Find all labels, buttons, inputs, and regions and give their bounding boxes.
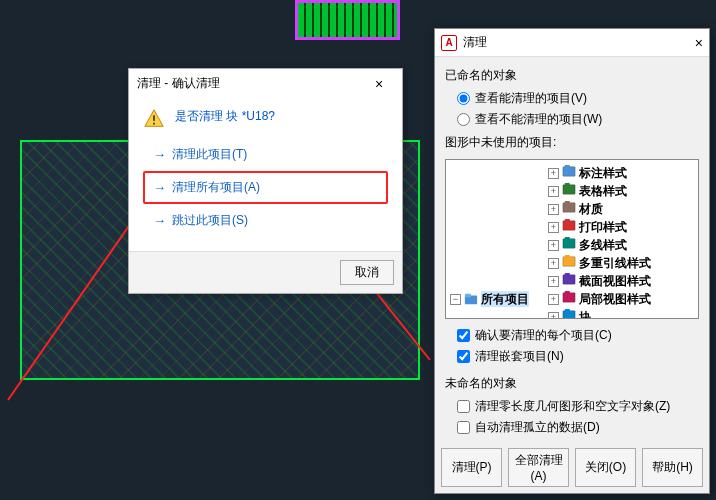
svg-rect-2 — [153, 115, 155, 121]
expand-icon[interactable]: + — [548, 168, 559, 179]
category-icon — [562, 236, 576, 254]
purge-dialog: A 清理 × 已命名的对象 查看能清理的项目(V) 查看不能清理的项目(W) 图… — [434, 28, 710, 494]
svg-line-0 — [8, 210, 140, 400]
svg-rect-13 — [565, 219, 570, 222]
svg-rect-7 — [565, 165, 570, 168]
chk-orphan-data-input[interactable] — [457, 421, 470, 434]
confirm-option-label: 清理所有项目(A) — [172, 179, 260, 196]
svg-rect-5 — [465, 294, 471, 298]
radio-view-nonpurgeable-input[interactable] — [457, 113, 470, 126]
chk-zero-length[interactable]: 清理零长度几何图形和空文字对象(Z) — [457, 398, 699, 415]
purge-title: 清理 — [463, 34, 673, 51]
confirm-option-0[interactable]: →清理此项目(T) — [143, 138, 388, 171]
expand-icon[interactable]: + — [548, 294, 559, 305]
category-icon — [562, 200, 576, 218]
expand-icon[interactable]: + — [548, 258, 559, 269]
expand-icon[interactable]: + — [548, 222, 559, 233]
svg-rect-14 — [563, 239, 575, 249]
tree-item[interactable]: +标注样式 — [548, 164, 627, 182]
named-objects-label: 已命名的对象 — [445, 67, 699, 84]
chk-orphan-data[interactable]: 自动清理孤立的数据(D) — [457, 419, 699, 436]
tree-item[interactable]: +多线样式 — [548, 236, 627, 254]
svg-rect-3 — [153, 123, 155, 125]
tree-label: 图形中未使用的项目: — [445, 134, 699, 151]
category-icon — [562, 164, 576, 182]
tree-item[interactable]: +块 — [548, 308, 591, 319]
tree-item-label: 打印样式 — [579, 219, 627, 235]
confirm-purge-dialog: 清理 - 确认清理 × 是否清理 块 *U18? →清理此项目(T)→清理所有项… — [128, 68, 403, 294]
svg-rect-18 — [563, 275, 575, 285]
svg-rect-22 — [563, 311, 575, 319]
tree-item-label: 块 — [579, 309, 591, 319]
cancel-button[interactable]: 取消 — [340, 260, 394, 285]
tree-item-label: 局部视图样式 — [579, 291, 651, 307]
svg-rect-23 — [565, 309, 570, 312]
app-icon: A — [441, 35, 457, 51]
svg-rect-15 — [565, 237, 570, 240]
svg-rect-16 — [563, 257, 575, 267]
confirm-option-label: 清理此项目(T) — [172, 146, 247, 163]
chk-nested[interactable]: 清理嵌套项目(N) — [457, 348, 699, 365]
svg-rect-17 — [565, 255, 570, 258]
purge-tree[interactable]: −所有项目+标注样式+表格样式+材质+打印样式+多线样式+多重引线样式+截面视图… — [445, 159, 699, 319]
radio-view-purgeable[interactable]: 查看能清理的项目(V) — [457, 90, 699, 107]
tree-item-label: 多线样式 — [579, 237, 627, 253]
tree-item[interactable]: +材质 — [548, 200, 603, 218]
chk-zero-length-input[interactable] — [457, 400, 470, 413]
svg-rect-20 — [563, 293, 575, 303]
category-icon — [562, 272, 576, 290]
svg-rect-6 — [563, 167, 575, 177]
expand-icon[interactable]: + — [548, 186, 559, 197]
folder-icon — [464, 292, 478, 306]
unnamed-objects-label: 未命名的对象 — [445, 375, 699, 392]
confirm-option-label: 跳过此项目(S) — [172, 212, 248, 229]
confirm-question: 是否清理 块 *U18? — [175, 108, 275, 125]
chk-confirm-each-input[interactable] — [457, 329, 470, 342]
tree-item-label: 多重引线样式 — [579, 255, 651, 271]
radio-view-purgeable-input[interactable] — [457, 92, 470, 105]
tree-item-label: 标注样式 — [579, 165, 627, 181]
tree-item-label: 材质 — [579, 201, 603, 217]
category-icon — [562, 254, 576, 272]
svg-rect-21 — [565, 291, 570, 294]
chk-confirm-each[interactable]: 确认要清理的每个项目(C) — [457, 327, 699, 344]
arrow-right-icon: → — [153, 213, 166, 228]
tree-item[interactable]: +局部视图样式 — [548, 290, 651, 308]
tree-item[interactable]: +多重引线样式 — [548, 254, 651, 272]
svg-rect-10 — [563, 203, 575, 213]
tree-item[interactable]: +表格样式 — [548, 182, 627, 200]
tree-root-node[interactable]: −所有项目 — [450, 291, 529, 307]
svg-rect-9 — [565, 183, 570, 186]
confirm-title: 清理 - 确认清理 — [137, 75, 364, 92]
expand-icon[interactable]: + — [548, 204, 559, 215]
collapse-icon[interactable]: − — [450, 294, 461, 305]
close-button[interactable]: 关闭(O) — [575, 448, 636, 487]
close-icon[interactable]: × — [364, 76, 394, 92]
arrow-right-icon: → — [153, 147, 166, 162]
expand-icon[interactable]: + — [548, 276, 559, 287]
purge-all-button[interactable]: 全部清理(A) — [508, 448, 569, 487]
tree-item-label: 表格样式 — [579, 183, 627, 199]
category-icon — [562, 308, 576, 319]
expand-icon[interactable]: + — [548, 312, 559, 320]
svg-rect-19 — [565, 273, 570, 276]
category-icon — [562, 218, 576, 236]
purge-button[interactable]: 清理(P) — [441, 448, 502, 487]
radio-view-nonpurgeable[interactable]: 查看不能清理的项目(W) — [457, 111, 699, 128]
chk-nested-input[interactable] — [457, 350, 470, 363]
warning-icon — [143, 108, 165, 130]
category-icon — [562, 182, 576, 200]
expand-icon[interactable]: + — [548, 240, 559, 251]
tree-item[interactable]: +截面视图样式 — [548, 272, 651, 290]
tree-item-label: 截面视图样式 — [579, 273, 651, 289]
close-icon[interactable]: × — [673, 35, 703, 51]
arrow-right-icon: → — [153, 180, 166, 195]
confirm-option-1[interactable]: →清理所有项目(A) — [143, 171, 388, 204]
help-button[interactable]: 帮助(H) — [642, 448, 703, 487]
svg-rect-11 — [565, 201, 570, 204]
category-icon — [562, 290, 576, 308]
confirm-option-2[interactable]: →跳过此项目(S) — [143, 204, 388, 237]
svg-rect-8 — [563, 185, 575, 195]
svg-rect-12 — [563, 221, 575, 231]
tree-item[interactable]: +打印样式 — [548, 218, 627, 236]
